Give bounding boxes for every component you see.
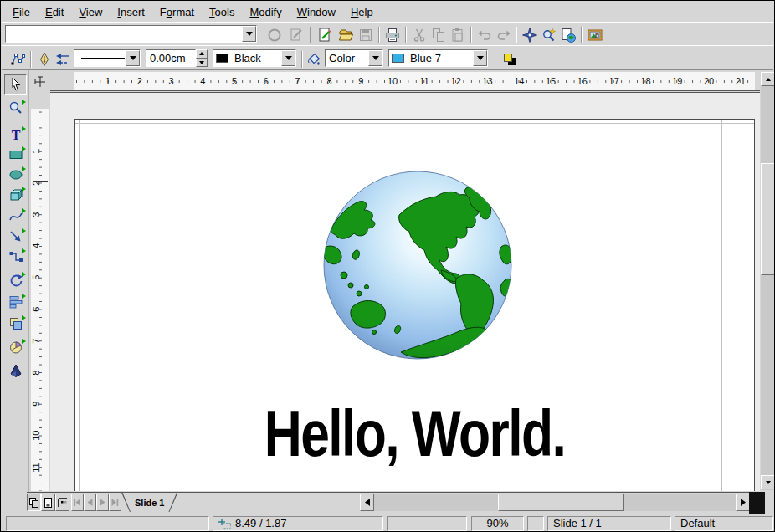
- menu-item[interactable]: Edit: [38, 3, 71, 21]
- ruler-number: 19: [661, 72, 693, 90]
- redo-button[interactable]: [495, 25, 513, 44]
- vertical-ruler[interactable]: 123456789101112: [31, 92, 49, 491]
- rectangle-tool-button[interactable]: [4, 145, 27, 165]
- url-combobox[interactable]: [5, 25, 257, 43]
- select-tool-button[interactable]: [4, 74, 27, 95]
- menu-item[interactable]: Format: [152, 3, 202, 21]
- spin-up-button[interactable]: [196, 49, 208, 59]
- alignment-tool-button[interactable]: [4, 292, 27, 312]
- toolbar-separator: [378, 27, 380, 43]
- 3d-objects-tool-button[interactable]: [4, 185, 27, 205]
- insert-tool-button[interactable]: [4, 337, 27, 357]
- slide-page[interactable]: Hello, World.: [74, 119, 755, 491]
- application-window: FileEditViewInsertFormatToolsModifyWindo…: [0, 0, 775, 532]
- slide-tab-bar: Slide 1: [2, 492, 775, 514]
- hscroll-left-button[interactable]: [360, 494, 374, 511]
- shadow-button[interactable]: [500, 49, 519, 69]
- previous-slide-button[interactable]: [84, 494, 96, 511]
- line-width-value[interactable]: 0.00cm: [146, 49, 196, 67]
- new-document-button[interactable]: [316, 25, 335, 44]
- edit-points-button[interactable]: [8, 49, 27, 69]
- gallery-button[interactable]: [586, 25, 604, 44]
- line-style-select[interactable]: [74, 49, 141, 67]
- submenu-indicator: [22, 208, 26, 213]
- zoom-tool-button[interactable]: [4, 98, 27, 118]
- horizontal-scrollbar[interactable]: [374, 494, 736, 511]
- ruler-number: 10: [31, 420, 49, 452]
- line-width-spin-buttons[interactable]: [196, 49, 208, 67]
- scroll-up-button[interactable]: [761, 72, 775, 86]
- line-color-dropdown-button[interactable]: [281, 50, 295, 66]
- menu-item[interactable]: Window: [290, 3, 343, 21]
- insert-object-button[interactable]: [559, 25, 577, 44]
- menu-item[interactable]: Tools: [202, 3, 242, 21]
- spin-down-button[interactable]: [196, 59, 208, 68]
- horizontal-ruler[interactable]: 123456789101112131415161718192021: [50, 72, 760, 91]
- globe-earth-image[interactable]: [317, 165, 518, 366]
- area-button[interactable]: [305, 49, 323, 69]
- slide-tab[interactable]: Slide 1: [121, 493, 177, 512]
- print-button[interactable]: [383, 25, 402, 44]
- crosshair-icon: [34, 76, 46, 88]
- vertical-scrollbar[interactable]: [761, 72, 775, 490]
- edit-points-icon: [9, 51, 26, 68]
- submenu-indicator: [22, 315, 26, 320]
- navigator-button[interactable]: [521, 25, 539, 44]
- menu-item[interactable]: Help: [343, 3, 381, 21]
- layer-view-button[interactable]: [55, 494, 69, 511]
- status-position-field[interactable]: 8.49 / 1.87: [213, 516, 383, 531]
- url-combobox-value[interactable]: [6, 26, 242, 42]
- hscroll-right-button[interactable]: [736, 494, 750, 511]
- menu-item[interactable]: File: [5, 3, 38, 21]
- first-slide-button[interactable]: [71, 494, 84, 511]
- url-combobox-dropdown-button[interactable]: [242, 26, 256, 42]
- fill-style-select[interactable]: Color: [325, 49, 383, 67]
- next-slide-button[interactable]: [96, 494, 109, 511]
- text-tool-button[interactable]: T: [4, 125, 27, 145]
- slide-view-button[interactable]: [27, 494, 41, 511]
- redo-icon: [495, 27, 512, 43]
- menu-item[interactable]: View: [71, 3, 110, 21]
- copy-icon: [430, 27, 447, 43]
- horizontal-scrollbar-thumb[interactable]: [498, 494, 624, 511]
- line-pen-button[interactable]: [35, 49, 54, 69]
- fill-color-select[interactable]: Blue 7: [388, 49, 488, 67]
- line-width-spinner[interactable]: 0.00cm: [146, 49, 208, 67]
- status-size-field: [388, 516, 467, 531]
- effects-tool-button[interactable]: [4, 361, 27, 381]
- stop-button[interactable]: [265, 25, 284, 44]
- status-style-field[interactable]: Default: [675, 516, 773, 531]
- rotate-tool-button[interactable]: [4, 270, 27, 290]
- curve-tool-button[interactable]: [4, 207, 27, 227]
- slide-title-text[interactable]: Hello, World.: [143, 396, 686, 472]
- lines-arrows-tool-button[interactable]: [4, 227, 27, 247]
- drawing-canvas[interactable]: Hello, World.: [50, 92, 760, 491]
- status-zoom-field[interactable]: 90%: [471, 516, 524, 531]
- zoom-button[interactable]: [540, 25, 558, 44]
- ruler-number: 12: [440, 72, 472, 90]
- fill-color-dropdown-button[interactable]: [473, 50, 487, 66]
- line-color-select[interactable]: Black: [213, 49, 296, 67]
- paste-button[interactable]: [449, 25, 467, 44]
- status-slide-field[interactable]: Slide 1 / 1: [547, 516, 671, 531]
- cut-button[interactable]: [410, 25, 429, 44]
- menu-item[interactable]: Modify: [242, 3, 289, 21]
- open-document-button[interactable]: [336, 25, 355, 44]
- menu-item[interactable]: Insert: [110, 3, 152, 21]
- scroll-down-button[interactable]: [761, 475, 775, 489]
- line-style-dropdown-button[interactable]: [126, 50, 140, 66]
- ruler-origin-button[interactable]: [31, 72, 49, 91]
- edit-file-button[interactable]: [287, 25, 305, 44]
- master-view-button[interactable]: [41, 494, 55, 511]
- arrow-ends-button[interactable]: [54, 49, 72, 69]
- fill-style-dropdown-button[interactable]: [368, 50, 382, 66]
- save-document-button[interactable]: [357, 25, 375, 44]
- ruler-number: 4: [187, 72, 218, 90]
- undo-button[interactable]: [475, 25, 494, 44]
- ellipse-tool-button[interactable]: [4, 165, 27, 185]
- arrange-tool-button[interactable]: [4, 314, 27, 334]
- vertical-scrollbar-thumb[interactable]: [761, 163, 775, 275]
- connector-tool-button[interactable]: [4, 247, 27, 267]
- copy-button[interactable]: [429, 25, 448, 44]
- last-slide-button[interactable]: [109, 494, 121, 511]
